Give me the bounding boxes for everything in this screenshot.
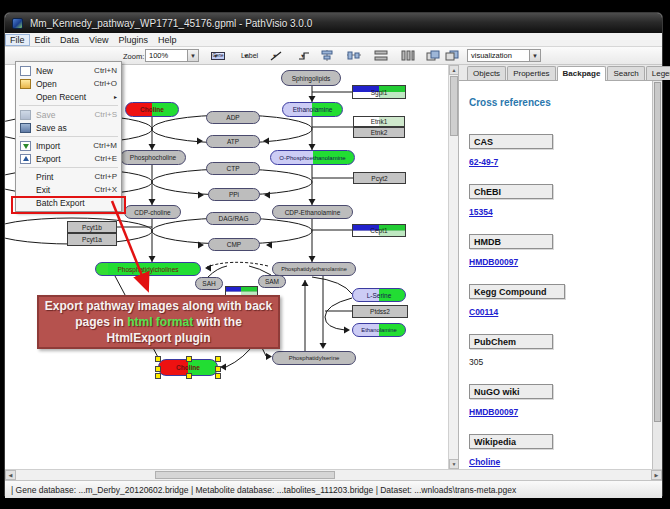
node-choline-selected[interactable]: Choline <box>158 359 218 376</box>
menu-view[interactable]: View <box>84 34 113 46</box>
bring-to-front-button[interactable] <box>426 50 440 61</box>
gene-box-pcyt1b[interactable]: Pcyt1b <box>67 221 117 233</box>
vertical-scroll-thumb[interactable] <box>450 76 458 136</box>
sidebar-scroll-thumb[interactable] <box>654 82 661 422</box>
menu-item-new[interactable]: NewCtrl+N <box>16 64 121 77</box>
menu-item-print[interactable]: PrintCtrl+P <box>16 170 121 183</box>
node-ethanolamine[interactable]: Ethanolamine <box>282 102 343 117</box>
align-center-x-button[interactable] <box>320 50 334 61</box>
node-o-phosphoethanolamine[interactable]: O-Phosphoethanolamine <box>270 150 355 165</box>
new-label-button[interactable]: Label▼ <box>238 49 244 62</box>
menu-data[interactable]: Data <box>55 34 84 46</box>
sidebar-scrollbar[interactable] <box>652 81 662 469</box>
menu-item-save-as[interactable]: Save as <box>16 121 121 134</box>
node-sam[interactable]: SAM <box>258 275 286 288</box>
node-choline[interactable]: Choline <box>125 102 179 117</box>
selection-handle[interactable] <box>155 373 161 379</box>
callout-highlight: html format <box>127 315 193 329</box>
node-dag[interactable]: DAG/RAG <box>206 212 261 225</box>
zoom-label: Zoom: <box>123 52 144 61</box>
node-phosphocholine[interactable]: Phosphocholine <box>120 150 186 165</box>
scroll-left-arrow-icon[interactable]: ◀ <box>5 470 16 480</box>
menu-edit[interactable]: Edit <box>30 34 56 46</box>
menu-item-open[interactable]: OpenCtrl+O <box>16 77 121 90</box>
menu-bar: File Edit Data View Plugins Help <box>5 33 662 47</box>
node-adp[interactable]: ADP <box>206 111 260 124</box>
node-l-serine[interactable]: L-Serine <box>352 288 406 302</box>
gene-box-pcyt2[interactable]: Pcyt2 <box>353 172 406 184</box>
gene-box-cept1[interactable]: Cept1 <box>352 224 406 237</box>
tab-objects[interactable]: Objects <box>467 66 506 80</box>
menu-help[interactable]: Help <box>153 34 182 46</box>
node-cdp-ethanolamine[interactable]: CDP-Ethanolamine <box>272 205 353 219</box>
sidebar: Objects Properties Backpage Search Legen… <box>458 65 662 469</box>
submenu-arrow-icon: ▸ <box>114 93 117 100</box>
menu-item-exit[interactable]: ExitCtrl+X <box>16 183 121 196</box>
ref-link-cas[interactable]: 62-49-7 <box>469 157 652 167</box>
selection-handle[interactable] <box>186 356 192 362</box>
node-phosphatidylethanolamine[interactable]: Phosphatidylethanolamine <box>272 262 356 276</box>
node-phosphatidylserine[interactable]: Phosphatidylserine <box>272 351 356 365</box>
new-gene-button[interactable]: Gene▼ <box>208 49 214 62</box>
ref-link-wikipedia[interactable]: Choline <box>469 457 652 467</box>
menu-item-open-recent[interactable]: Open Recent▸ <box>16 90 121 103</box>
title-bar[interactable]: Mm_Kennedy_pathway_WP1771_45176.gpml - P… <box>5 13 662 33</box>
zoom-dropdown-arrow[interactable]: ▼ <box>187 50 198 61</box>
selection-handle[interactable] <box>215 373 221 379</box>
tab-properties[interactable]: Properties <box>507 66 555 80</box>
gene-box-etnk2[interactable]: Etnk2 <box>353 127 405 138</box>
gene-box-ptdss2[interactable]: Ptdss2 <box>352 305 408 318</box>
canvas-vertical-scrollbar[interactable]: ▲ ▼ <box>448 65 458 469</box>
send-to-back-button[interactable] <box>445 50 459 61</box>
gene-box-etnk1[interactable]: Etnk1 <box>353 116 405 127</box>
gene-box-pcyt1a[interactable]: Pcyt1a <box>67 233 117 246</box>
ref-source-pubchem: PubChem <box>469 334 553 349</box>
horizontal-scroll-thumb[interactable] <box>155 471 335 479</box>
menu-file[interactable]: File <box>5 34 30 46</box>
node-atp[interactable]: ATP <box>206 135 260 148</box>
menu-item-export[interactable]: ExportCtrl+E <box>16 152 121 165</box>
tab-legend[interactable]: Legend <box>646 66 670 80</box>
node-ppi[interactable]: PPi <box>208 188 260 201</box>
common-width-button[interactable] <box>401 50 415 61</box>
node-sah[interactable]: SAH <box>195 277 223 290</box>
tab-backpage[interactable]: Backpage <box>557 66 607 81</box>
app-icon <box>12 18 23 29</box>
node-cmp[interactable]: CMP <box>208 238 260 251</box>
common-height-button[interactable] <box>374 50 388 61</box>
zoom-combobox[interactable]: 100% ▼ <box>145 49 199 62</box>
pathvisio-window: Mm_Kennedy_pathway_WP1771_45176.gpml - P… <box>4 12 663 497</box>
menu-plugins[interactable]: Plugins <box>113 34 153 46</box>
visualization-dropdown-arrow[interactable]: ▼ <box>529 50 540 61</box>
ref-source-hmdb: HMDB <box>469 234 553 249</box>
align-center-y-button[interactable] <box>347 50 361 61</box>
batch-export-highlight <box>11 196 126 214</box>
node-cdp-choline[interactable]: CDP-choline <box>124 205 181 219</box>
align-center-y-icon <box>347 50 361 61</box>
selection-handle[interactable] <box>215 366 221 372</box>
align-center-x-icon <box>320 50 334 61</box>
selection-handle[interactable] <box>155 366 161 372</box>
menu-item-save[interactable]: SaveCtrl+S <box>16 108 121 121</box>
menu-item-import[interactable]: ImportCtrl+M <box>16 139 121 152</box>
ref-link-chebi[interactable]: 15354 <box>469 207 652 217</box>
ref-link-kegg[interactable]: C00114 <box>469 307 652 317</box>
node-ethanolamine-bottom[interactable]: Ethanolamine <box>352 323 406 337</box>
visualization-combobox[interactable]: visualization ▼ <box>467 49 541 62</box>
node-sphingolipids[interactable]: Sphingolipids <box>281 70 341 86</box>
canvas-horizontal-scrollbar[interactable]: ◀ ▶ <box>5 469 662 480</box>
callout-line-1: Export pathway images along with back <box>45 298 272 314</box>
ref-link-hmdb[interactable]: HMDB00097 <box>469 257 652 267</box>
node-ctp[interactable]: CTP <box>206 162 260 175</box>
selection-handle[interactable] <box>155 356 161 362</box>
new-line-button[interactable]: ▼ <box>267 49 273 62</box>
gene-box-sgpl1[interactable]: Sgpl1 <box>352 85 406 99</box>
selection-handle[interactable] <box>186 373 192 379</box>
node-phosphatidylcholines[interactable]: Phosphatidylcholines <box>95 262 201 276</box>
ref-link-nugo[interactable]: HMDB00097 <box>469 407 652 417</box>
ref-source-nugo: NuGO wiki <box>469 384 553 399</box>
tab-search[interactable]: Search <box>607 66 644 80</box>
selection-handle[interactable] <box>215 356 221 362</box>
scroll-right-arrow-icon[interactable]: ▶ <box>651 470 662 480</box>
new-connector-button[interactable]: ▼ <box>295 49 301 62</box>
